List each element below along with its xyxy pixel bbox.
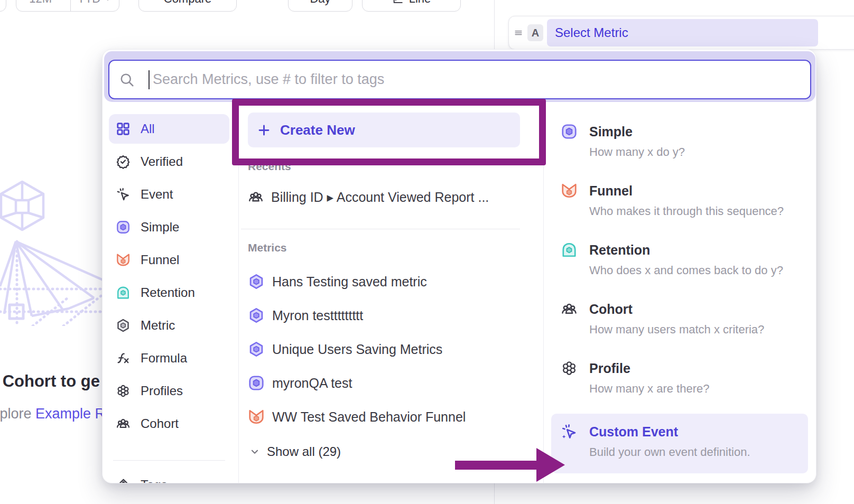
metric-type-texts: Funnel Who makes it through this sequenc…: [589, 182, 784, 219]
metric-type-texts: Simple How many x do y?: [589, 123, 685, 160]
saved-metric-label: Myron testtttttttt: [272, 308, 363, 323]
sidebar-item-simple[interactable]: Simple: [109, 212, 229, 242]
sidebar-item-tags[interactable]: Tags: [109, 470, 229, 483]
range-ytd-button[interactable]: YTD: [70, 0, 119, 11]
sidebar-item-formula[interactable]: Formula: [109, 343, 229, 373]
sidebar-item-label: Cohort: [141, 416, 179, 431]
toolbar-button-fragment[interactable]: [0, 0, 6, 12]
column-divider-left: [238, 103, 239, 483]
saved-metric-item[interactable]: Hans Testing saved metric: [248, 271, 427, 292]
middle-divider: [241, 229, 520, 229]
create-new-label: Create New: [280, 122, 355, 138]
sidebar-item-verified[interactable]: Verified: [109, 147, 229, 176]
select-metric-field[interactable]: Select Metric: [547, 19, 818, 46]
metric-type-retention[interactable]: Retention Who does x and comes back to d…: [551, 241, 808, 278]
app-root: r Cohort to ge xplore Example Re 12M YTD…: [0, 0, 854, 504]
sidebar-item-label: Retention: [141, 285, 195, 300]
saved-metric-label: myronQA test: [272, 376, 352, 391]
sidebar-item-metric[interactable]: Metric: [109, 311, 229, 340]
saved-metric-label: Hans Testing saved metric: [272, 274, 427, 290]
profiles-icon: [561, 360, 578, 377]
sidebar-item-label: All: [141, 122, 155, 136]
recent-metric-label: Billing ID ▸ Account Viewed Report ...: [271, 190, 489, 205]
range-ytd-label: YTD: [77, 0, 100, 6]
sidebar-item-label: Simple: [141, 220, 179, 235]
funnel-icon: [116, 253, 131, 267]
custom-event-icon: [561, 423, 578, 440]
sidebar-item-label: Verified: [141, 154, 183, 169]
funnel-icon: [248, 408, 265, 425]
metric-hexagon-icon: [248, 341, 265, 358]
simple-icon: [561, 123, 578, 140]
date-range-segmented-control: 12M YTD: [16, 0, 119, 12]
metric-type-desc: How many users match x criteria?: [589, 322, 764, 337]
metric-type-desc: Who makes it through this sequence?: [589, 204, 784, 219]
chart-type-label: Line: [409, 0, 431, 6]
sidebar-item-event[interactable]: Event: [109, 180, 229, 209]
modal-sidebar: AllVerifiedEventSimpleFunnelRetentionMet…: [109, 50, 236, 483]
metric-type-title: Cohort: [589, 301, 764, 318]
retention-icon: [561, 241, 578, 258]
metric-type-texts: Profile How many x are there?: [589, 360, 709, 396]
chevron-down-icon: [249, 446, 261, 458]
metric-type-texts: Custom Event Build your own event defini…: [589, 423, 750, 460]
metric-type-desc: How many x do y?: [589, 145, 685, 160]
modal-middle-column: Create New Recents Billing ID ▸ Account …: [241, 50, 543, 483]
plus-icon: [257, 123, 271, 137]
line-chart-icon: [392, 0, 404, 5]
sidebar-item-label: Event: [141, 187, 173, 202]
metric-type-desc: How many x are there?: [589, 381, 709, 396]
metric-type-title: Retention: [589, 241, 783, 258]
sidebar-item-label: Funnel: [141, 253, 179, 267]
tag-icon: [116, 478, 131, 483]
metric-icon: [116, 318, 131, 333]
chart-type-line-button[interactable]: Line: [362, 0, 461, 12]
sidebar-item-label: Formula: [141, 351, 187, 366]
metric-hexagon-icon: [248, 307, 265, 324]
metric-select-modal: AllVerifiedEventSimpleFunnelRetentionMet…: [102, 49, 816, 483]
range-12m-button[interactable]: 12M: [16, 0, 65, 11]
saved-metric-item[interactable]: Unique Users Saving Metrics: [248, 339, 442, 360]
metric-type-funnel[interactable]: Funnel Who makes it through this sequenc…: [551, 182, 808, 219]
range-12m-label: 12M: [29, 0, 52, 6]
simple-icon: [248, 375, 265, 391]
event-icon: [116, 187, 131, 202]
create-new-button[interactable]: Create New: [248, 113, 520, 147]
chevron-down-icon: [104, 0, 112, 3]
sidebar-item-retention[interactable]: Retention: [109, 278, 229, 307]
sidebar-item-all[interactable]: All: [109, 114, 229, 144]
column-divider-right: [543, 103, 544, 483]
sidebar-item-funnel[interactable]: Funnel: [109, 245, 229, 275]
cohort-icon: [561, 301, 578, 318]
retention-icon: [116, 285, 131, 300]
grid-icon: [116, 122, 131, 136]
sidebar-item-profiles[interactable]: Profiles: [109, 376, 229, 406]
metric-type-title: Simple: [589, 123, 685, 140]
metrics-section-label: Metrics: [248, 241, 287, 254]
sidebar-item-label: Profiles: [141, 384, 183, 398]
compare-button[interactable]: Compare: [138, 0, 237, 12]
metric-type-cohort[interactable]: Cohort How many users match x criteria?: [551, 301, 808, 337]
explore-text-fragment: xplore: [0, 406, 35, 422]
select-metric-label: Select Metric: [555, 25, 628, 40]
saved-metric-item[interactable]: Myron testtttttttt: [248, 305, 363, 326]
sidebar-item-cohort[interactable]: Cohort: [109, 409, 229, 438]
recents-section-label: Recents: [248, 160, 291, 173]
cohort-icon: [116, 416, 131, 431]
metric-type-simple[interactable]: Simple How many x do y?: [551, 123, 808, 160]
simple-icon: [116, 220, 131, 235]
funnel-icon: [561, 182, 578, 199]
drag-handle-icon[interactable]: [513, 27, 524, 38]
background-heading-fragment: r Cohort to ge: [0, 372, 100, 391]
saved-metric-item[interactable]: myronQA test: [248, 372, 352, 394]
metric-hexagon-icon: [248, 273, 265, 290]
interval-day-button[interactable]: Day: [288, 0, 352, 12]
saved-metric-item[interactable]: WW Test Saved Behavior Funnel: [248, 406, 466, 427]
metric-type-profile[interactable]: Profile How many x are there?: [551, 360, 808, 396]
interval-label: Day: [310, 0, 330, 6]
show-all-button[interactable]: Show all (29): [249, 443, 341, 460]
metric-type-custom-event[interactable]: Custom Event Build your own event defini…: [551, 414, 808, 473]
metric-type-title: Custom Event: [589, 423, 750, 440]
recent-metric-item[interactable]: Billing ID ▸ Account Viewed Report ...: [248, 186, 489, 208]
sidebar-divider: [113, 460, 225, 461]
